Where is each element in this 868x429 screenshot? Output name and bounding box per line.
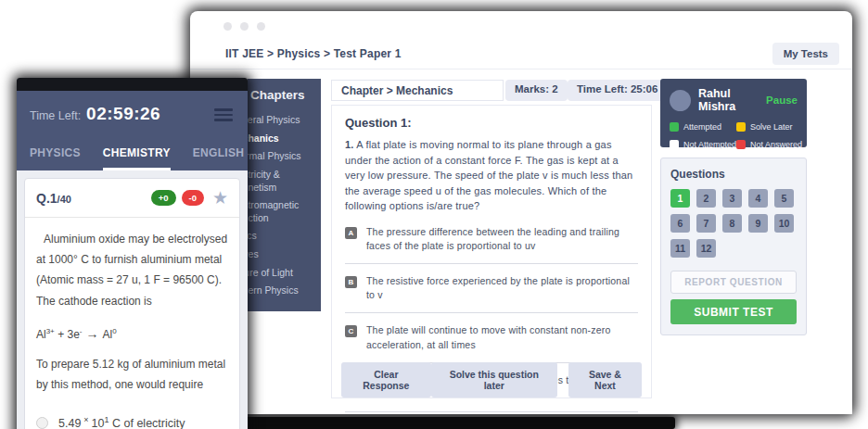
phone-question-header: Q.1/40 +0 -0 ★ [25,179,239,218]
avatar [670,90,691,111]
phone-q-index: Q.1 [36,191,57,206]
radio-icon[interactable] [36,417,48,429]
phone-question-text: Aluminium oxide may be electrolysed at 1… [36,229,228,311]
legend-not-attempted: Not Attempted [670,140,736,149]
solve-later-color-swatch [736,122,746,132]
question-title: Question 1: [345,116,638,130]
status-legend: Attempted Solve Later Not Attempted [670,122,798,149]
phone-question-prompt: To prepare 5.12 kg of aluminium metal by… [36,354,228,395]
arrow-icon: → [86,326,99,341]
legend-not-attempted-label: Not Attempted [683,140,736,149]
time-left-chip: Time Left: 25:06 [568,80,667,101]
question-text: 1. A flat plate is moving normal to its … [345,137,638,214]
legend-not-answered: Not Answered [736,140,802,149]
phone-question-body: Aluminium oxide may be electrolysed at 1… [25,218,239,429]
tab-chemistry[interactable]: CHEMISTRY [103,146,171,170]
tab-physics[interactable]: PHYSICS [30,146,81,170]
questions-label: Questions [670,168,797,181]
window-titlebar [190,11,852,39]
question-cell-8[interactable]: 8 [722,214,742,233]
app-header: IIT JEE > Physics > Test Paper 1 My Test… [190,39,852,69]
save-next-button[interactable]: Save & Next [568,362,642,397]
phone-time-left-label: Time Left: [30,109,81,122]
question-cell-9[interactable]: 9 [748,214,768,233]
status-panel: Rahul Mishra Pause Attempted Solve Later [660,79,807,335]
report-question-button[interactable]: REPORT QUESTION [670,271,797,294]
question-body-text: A flat plate is moving normal to its pla… [345,139,632,211]
phone-question-number: Q.1/40 [36,191,71,206]
question-cell-7[interactable]: 7 [696,214,716,233]
user-card: Rahul Mishra Pause Attempted Solve Later [660,79,807,147]
questions-panel: Questions 1 2 3 4 5 6 7 8 9 10 11 12 [660,158,807,335]
legend-solve-later-label: Solve Later [750,122,793,132]
positive-marks-badge: +0 [151,190,176,206]
legend-attempted: Attempted [670,122,736,132]
phone-option-1-text: 5.49×101 C of electricity [58,415,185,429]
marks-chip: Marks: 2 [505,80,568,101]
question-cell-10[interactable]: 10 [774,214,794,233]
breadcrumb[interactable]: IIT JEE > Physics > Test Paper 1 [225,47,402,60]
question-cell-4[interactable]: 4 [748,189,768,208]
legend-attempted-label: Attempted [683,122,721,132]
main-content: Chapters General Physics Mechanics Therm… [190,69,852,414]
option-c[interactable]: C The plate will continue to move with c… [345,323,638,362]
question-number-grid: 1 2 3 4 5 6 7 8 9 10 11 12 [670,189,797,258]
question-cell-2[interactable]: 2 [696,189,716,208]
window-control-dot[interactable] [257,22,265,31]
chapter-header: Chapter > Mechanics [331,80,504,101]
phone-timer: 02:59:26 [86,104,160,123]
question-cell-1[interactable]: 1 [670,189,690,208]
phone-subject-tabs: PHYSICS CHEMISTRY ENGLISH PROFICIENCY [17,135,248,170]
menu-icon[interactable] [214,108,233,124]
solve-later-button[interactable]: Solve this question later [431,362,557,397]
not-answered-color-swatch [736,140,746,149]
phone-status-bar [17,78,248,91]
bookmark-star-icon[interactable]: ★ [212,189,228,207]
phone-q-total: /40 [57,194,71,205]
question-cell-12[interactable]: 12 [696,239,716,258]
user-name: Rahul Mishra [698,87,759,113]
negative-marks-badge: -0 [182,190,204,206]
window-control-dot[interactable] [223,22,232,31]
mobile-app-overlay: Time Left:02:59:26 PHYSICS CHEMISTRY ENG… [17,78,248,429]
option-b-text: The resistive force experienced by the p… [366,274,638,302]
question-cell-5[interactable]: 5 [774,189,794,208]
phone-header: Time Left:02:59:26 [17,91,248,135]
phone-option-1[interactable]: 5.49×101 C of electricity [36,415,228,429]
submit-test-button[interactable]: SUBMIT TEST [670,299,797,324]
option-c-text: The plate will continue to move with con… [366,323,638,351]
cathode-reaction-formula: Al3+ + 3e-→Al0 [36,326,228,341]
pause-button[interactable]: Pause [766,95,798,106]
option-c-letter: C [345,325,357,337]
my-tests-button[interactable]: My Tests [772,43,839,65]
phone-body: Q.1/40 +0 -0 ★ Aluminium oxide may be el… [17,170,248,429]
option-b-letter: B [345,276,357,288]
user-row: Rahul Mishra Pause [670,87,798,113]
attempted-color-swatch [670,122,679,132]
question-number: 1. [345,139,354,150]
option-a[interactable]: A The pressure difference between the le… [345,225,638,264]
tab-english-proficiency[interactable]: ENGLISH PROFICIENCY [193,146,248,170]
option-a-letter: A [345,227,357,239]
window-control-dot[interactable] [240,22,249,31]
legend-solve-later: Solve Later [736,122,802,132]
legend-not-answered-label: Not Answered [750,140,802,149]
question-footer: Clear Response Solve this question later… [332,362,651,397]
clear-response-button[interactable]: Clear Response [341,362,431,397]
browser-window: IIT JEE > Physics > Test Paper 1 My Test… [190,11,852,414]
question-cell-6[interactable]: 6 [670,214,690,233]
option-b[interactable]: B The resistive force experienced by the… [345,274,638,313]
phone-question-card: Q.1/40 +0 -0 ★ Aluminium oxide may be el… [24,178,240,429]
screenshot-stage: IIT JEE > Physics > Test Paper 1 My Test… [0,0,868,429]
question-cell-3[interactable]: 3 [722,189,742,208]
question-card: Question 1: 1. A flat plate is moving no… [331,105,652,398]
option-a-text: The pressure difference between the lead… [366,225,638,253]
not-attempted-color-swatch [670,140,679,149]
question-cell-11[interactable]: 11 [670,239,690,258]
